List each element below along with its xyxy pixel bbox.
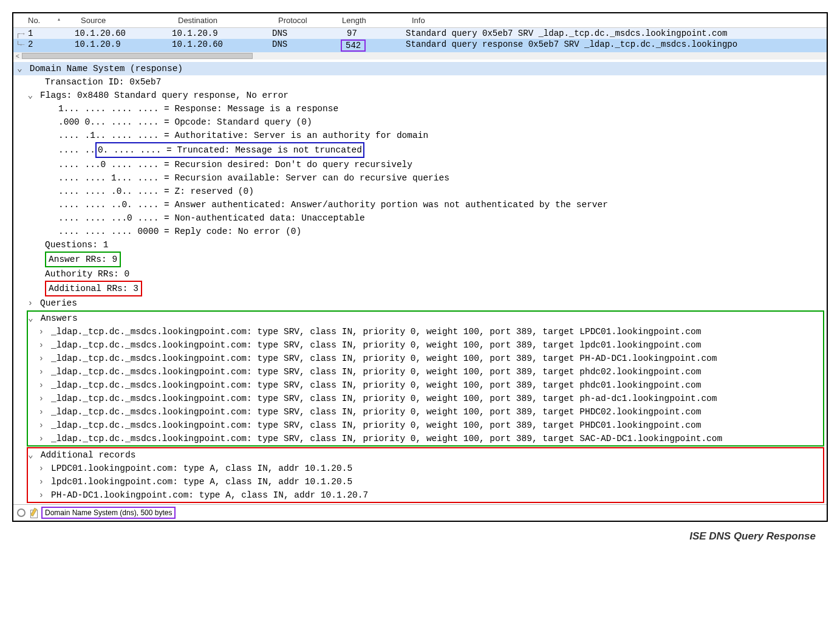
flag-truncated[interactable]: .... ..0. .... .... = Truncated: Message… [13, 142, 827, 158]
transaction-id[interactable]: Transaction ID: 0x5eb7 [13, 75, 827, 89]
scroll-thumb[interactable] [22, 53, 253, 59]
answer-rrs[interactable]: Answer RRs: 9 [13, 252, 827, 267]
packet-list-pane[interactable]: No.▴ Source Destination Protocol Length … [13, 13, 827, 52]
flag-answer-authenticated[interactable]: .... .... ..0. .... = Answer authenticat… [13, 198, 827, 211]
col-header-source[interactable]: Source [78, 15, 176, 26]
packet-length: 542 [336, 39, 406, 52]
answer-item[interactable]: › _ldap._tcp.dc._msdcs.lookingpoint.com:… [28, 378, 823, 392]
answer-item[interactable]: › _ldap._tcp.dc._msdcs.lookingpoint.com:… [28, 338, 823, 352]
length-highlight: 542 [341, 39, 366, 52]
packet-info: Standard query response 0x5eb7 SRV _ldap… [406, 39, 827, 52]
flag-z[interactable]: .... .... .0.. .... = Z: reserved (0) [13, 185, 827, 198]
col-header-no[interactable]: No.▴ [27, 15, 78, 26]
dns-root[interactable]: ⌄ Domain Name System (response) [13, 62, 827, 75]
packet-list-header[interactable]: No.▴ Source Destination Protocol Length … [13, 13, 827, 28]
packet-no: 2 [23, 39, 75, 52]
packet-length: 97 [336, 29, 406, 38]
col-header-length[interactable]: Length [340, 15, 409, 26]
packet-no: 1 [23, 29, 75, 38]
additional-rrs-highlight: Additional RRs: 3 [45, 281, 142, 296]
additional-item[interactable]: › lpdc01.lookingpoint.com: type A, class… [28, 475, 823, 488]
additional-records-node[interactable]: ⌄ Additional records [28, 448, 823, 462]
col-header-destination[interactable]: Destination [176, 15, 276, 26]
answer-item[interactable]: › _ldap._tcp.dc._msdcs.lookingpoint.com:… [28, 325, 823, 338]
truncated-highlight: 0. .... .... = Truncated: Message is not… [95, 142, 364, 158]
answer-item[interactable]: › _ldap._tcp.dc._msdcs.lookingpoint.com:… [28, 392, 823, 405]
answer-item[interactable]: › _ldap._tcp.dc._msdcs.lookingpoint.com:… [28, 352, 823, 365]
answer-item[interactable]: › _ldap._tcp.dc._msdcs.lookingpoint.com:… [28, 432, 823, 445]
answer-item[interactable]: › _ldap._tcp.dc._msdcs.lookingpoint.com:… [28, 419, 823, 432]
answers-section: ⌄ Answers › _ldap._tcp.dc._msdcs.looking… [27, 310, 824, 447]
horizontal-scrollbar[interactable]: < [13, 52, 827, 60]
answer-rrs-highlight: Answer RRs: 9 [45, 252, 121, 267]
packet-source: 10.1.20.9 [75, 39, 172, 52]
expert-info-icon[interactable] [17, 508, 26, 517]
request-arrow-icon: ┌→ [13, 29, 23, 38]
flag-reply-code[interactable]: .... .... .... 0000 = Reply code: No err… [13, 225, 827, 238]
status-label: Domain Name System (dns), 500 bytes [41, 507, 176, 519]
additional-item[interactable]: › PH-AD-DC1.lookingpoint.com: type A, cl… [28, 488, 823, 502]
additional-rrs[interactable]: Additional RRs: 3 [13, 281, 827, 296]
packet-details-pane[interactable]: ⌄ Domain Name System (response) Transact… [13, 60, 827, 503]
answer-item[interactable]: › _ldap._tcp.dc._msdcs.lookingpoint.com:… [28, 365, 823, 378]
packet-destination: 10.1.20.9 [172, 29, 272, 38]
wireshark-window: No.▴ Source Destination Protocol Length … [12, 12, 828, 522]
flags-node[interactable]: ⌄ Flags: 0x8480 Standard query response,… [13, 89, 827, 102]
edit-icon[interactable] [29, 508, 38, 517]
additional-records-section: ⌄ Additional records › LPDC01.lookingpoi… [27, 447, 824, 503]
flag-non-authenticated[interactable]: .... .... ...0 .... = Non-authenticated … [13, 211, 827, 225]
dns-title: Domain Name System (response) [30, 64, 183, 74]
status-bar: Domain Name System (dns), 500 bytes [13, 504, 827, 521]
queries-node[interactable]: › Queries [13, 296, 827, 310]
questions-count[interactable]: Questions: 1 [13, 238, 827, 252]
authority-rrs[interactable]: Authority RRs: 0 [13, 267, 827, 281]
packet-info: Standard query 0x5eb7 SRV _ldap._tcp.dc.… [406, 29, 827, 38]
packet-protocol: DNS [272, 39, 336, 52]
flag-authoritative[interactable]: .... .1.. .... .... = Authoritative: Ser… [13, 129, 827, 142]
image-caption: ISE DNS Query Response [12, 530, 816, 543]
flag-recursion-available[interactable]: .... .... 1... .... = Recursion availabl… [13, 171, 827, 185]
scroll-left-icon[interactable]: < [13, 53, 22, 60]
packet-destination: 10.1.20.60 [172, 39, 272, 52]
flag-recursion-desired[interactable]: .... ...0 .... .... = Recursion desired:… [13, 158, 827, 171]
col-header-protocol[interactable]: Protocol [276, 15, 340, 26]
packet-protocol: DNS [272, 29, 336, 38]
col-header-info[interactable]: Info [409, 15, 827, 26]
answers-node[interactable]: ⌄ Answers [28, 312, 823, 325]
answer-item[interactable]: › _ldap._tcp.dc._msdcs.lookingpoint.com:… [28, 405, 823, 419]
packet-row[interactable]: ┌→ 1 10.1.20.60 10.1.20.9 DNS 97 Standar… [13, 28, 827, 39]
flag-response[interactable]: 1... .... .... .... = Response: Message … [13, 102, 827, 115]
response-arrow-icon: └← [13, 39, 23, 52]
flag-opcode[interactable]: .000 0... .... .... = Opcode: Standard q… [13, 115, 827, 129]
packet-source: 10.1.20.60 [75, 29, 172, 38]
packet-row[interactable]: └← 2 10.1.20.9 10.1.20.60 DNS 542 Standa… [13, 39, 827, 52]
additional-item[interactable]: › LPDC01.lookingpoint.com: type A, class… [28, 462, 823, 475]
